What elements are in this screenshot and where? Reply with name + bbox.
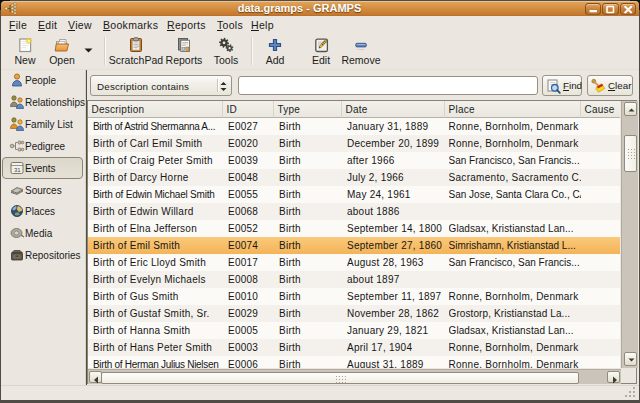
svg-text:31: 31 (14, 166, 21, 172)
